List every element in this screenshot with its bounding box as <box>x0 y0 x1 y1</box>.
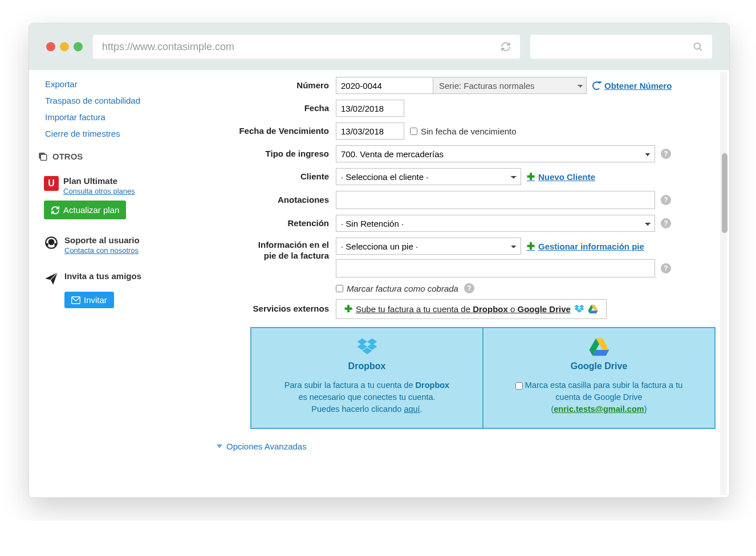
plan-link[interactable]: Consulta otros planes <box>63 187 135 195</box>
reload-icon[interactable] <box>501 42 511 52</box>
numero-input[interactable] <box>336 77 433 94</box>
gdrive-icon <box>589 338 609 357</box>
gdrive-title: Google Drive <box>493 361 705 371</box>
help-icon[interactable]: ? <box>661 263 671 273</box>
row-fecha: Fecha <box>216 100 718 117</box>
main-content: Número Serie: Facturas normales Obtener … <box>182 70 729 497</box>
plus-icon: ✚ <box>527 240 535 252</box>
fecha-input[interactable] <box>336 100 404 117</box>
dropbox-connect-link[interactable]: aquí <box>404 404 420 414</box>
sin-venc-check[interactable]: Sin fecha de vencimiento <box>410 126 517 136</box>
plus-icon: ✚ <box>344 303 352 315</box>
plan-block: U Plan Ultimate Consulta otros planes Ac… <box>29 166 182 225</box>
row-ret: Retención · Sin Retención · ? <box>216 215 718 232</box>
invite-block: Invita a tus amigos Invitar <box>29 261 182 314</box>
search-bar[interactable] <box>530 35 712 59</box>
svg-point-4 <box>48 239 55 246</box>
refresh-icon <box>592 81 601 90</box>
pie-select[interactable]: · Selecciona un pie · <box>336 238 521 255</box>
tipo-select[interactable]: 700. Venta de mercaderías <box>336 145 655 162</box>
layers-icon <box>38 151 48 161</box>
support-link[interactable]: Contacta con nosotros <box>64 246 139 255</box>
gdrive-text: Marca esta casilla para subir la factura… <box>493 379 705 415</box>
row-servicios: Servicios externos ✚ Sube tu factura a t… <box>216 299 718 319</box>
gdrive-email[interactable]: enric.tests@gmail.com <box>554 404 644 414</box>
nav-importar[interactable]: Importar factura <box>29 109 182 125</box>
close-dot[interactable] <box>46 42 55 51</box>
row-cobrada: Marcar factura como cobrada ? <box>216 283 718 293</box>
gestionar-pie-link[interactable]: ✚Gestionar información pie <box>527 240 644 252</box>
url-text: https://www.contasimple.com <box>102 41 234 53</box>
paper-plane-icon <box>44 271 59 286</box>
app-window: https://www.contasimple.com Exportar Tra… <box>29 23 730 498</box>
row-numero: Número Serie: Facturas normales Obtener … <box>216 77 718 94</box>
nav-cierre[interactable]: Cierre de trimestres <box>29 125 182 142</box>
dropbox-text: Para subir la factura a tu cuenta de Dro… <box>261 379 473 415</box>
dropbox-icon <box>357 338 377 357</box>
anotaciones-input[interactable] <box>336 191 655 209</box>
scrollbar-thumb[interactable] <box>722 153 727 233</box>
browser-chrome: https://www.contasimple.com <box>29 23 729 70</box>
invite-title: Invita a tus amigos <box>64 271 141 281</box>
row-anot: Anotaciones ? <box>216 191 718 209</box>
row-tipo: Tipo de ingreso 700. Venta de mercadería… <box>216 145 718 162</box>
sidebar: Exportar Traspaso de contabilidad Import… <box>29 70 182 497</box>
nav-traspaso[interactable]: Traspaso de contabilidad <box>29 92 182 109</box>
help-icon[interactable]: ? <box>661 195 671 205</box>
gdrive-upload-check[interactable] <box>515 382 523 390</box>
dropbox-title: Dropbox <box>261 361 473 371</box>
svg-point-0 <box>694 43 701 50</box>
nav-exportar[interactable]: Exportar <box>29 76 182 92</box>
label-venc: Fecha de Vencimiento <box>216 126 336 137</box>
label-serv: Servicios externos <box>216 304 336 314</box>
obtener-numero-link[interactable]: Obtener Número <box>592 81 672 91</box>
service-cards: Dropbox Para subir la factura a tu cuent… <box>250 327 716 429</box>
window-controls <box>46 42 83 51</box>
help-icon[interactable]: ? <box>661 149 671 159</box>
external-services-button[interactable]: ✚ Sube tu factura a tu cuenta de Dropbox… <box>336 299 607 319</box>
nuevo-cliente-link[interactable]: ✚Nuevo Cliente <box>527 171 595 183</box>
minimize-dot[interactable] <box>60 42 69 51</box>
svg-rect-2 <box>40 154 47 161</box>
label-anot: Anotaciones <box>216 195 336 206</box>
search-icon <box>693 42 703 52</box>
viewport: Exportar Traspaso de contabilidad Import… <box>29 70 729 497</box>
headset-icon <box>44 235 59 250</box>
label-cliente: Cliente <box>216 171 336 182</box>
plus-icon: ✚ <box>527 171 535 183</box>
label-fecha: Fecha <box>216 103 336 114</box>
url-bar[interactable]: https://www.contasimple.com <box>93 35 520 59</box>
gdrive-icon <box>588 305 598 314</box>
row-cliente: Cliente · Selecciona el cliente · ✚Nuevo… <box>216 168 718 185</box>
section-otros: OTROS <box>29 142 182 166</box>
svg-rect-5 <box>72 297 80 304</box>
pie-textarea[interactable] <box>336 259 655 277</box>
refresh-icon <box>51 206 60 215</box>
dropbox-card: Dropbox Para subir la factura a tu cuent… <box>250 327 483 429</box>
plan-badge: U <box>44 176 59 191</box>
retencion-select[interactable]: · Sin Retención · <box>336 215 655 232</box>
label-pie: Información en elpie de la factura <box>216 238 336 261</box>
invite-button[interactable]: Invitar <box>64 292 114 308</box>
support-block: Soporte al usuario Contacta con nosotros <box>29 225 182 261</box>
help-icon[interactable]: ? <box>464 283 474 293</box>
serie-select[interactable]: Serie: Facturas normales <box>433 77 587 94</box>
maximize-dot[interactable] <box>74 42 83 51</box>
mail-icon <box>71 296 80 304</box>
plan-title: Plan Ultimate <box>63 176 135 186</box>
cobrada-check[interactable]: Marcar factura como cobrada <box>336 284 458 293</box>
advanced-options-toggle[interactable]: Opciones Avanzadas <box>216 441 307 451</box>
row-pie: Información en elpie de la factura · Sel… <box>216 238 718 277</box>
chevron-down-icon <box>216 444 223 449</box>
venc-input[interactable] <box>336 122 404 140</box>
upgrade-plan-button[interactable]: Actualizar plan <box>44 201 126 219</box>
help-icon[interactable]: ? <box>661 218 671 228</box>
nav-list: Exportar Traspaso de contabilidad Import… <box>29 76 182 142</box>
cliente-select[interactable]: · Selecciona el cliente · <box>336 168 521 185</box>
support-title: Soporte al usuario <box>64 235 140 245</box>
label-tipo: Tipo de ingreso <box>216 149 336 160</box>
dropbox-icon <box>574 305 584 314</box>
scrollbar-track[interactable] <box>720 72 727 495</box>
label-ret: Retención <box>216 218 336 229</box>
label-numero: Número <box>216 80 336 91</box>
